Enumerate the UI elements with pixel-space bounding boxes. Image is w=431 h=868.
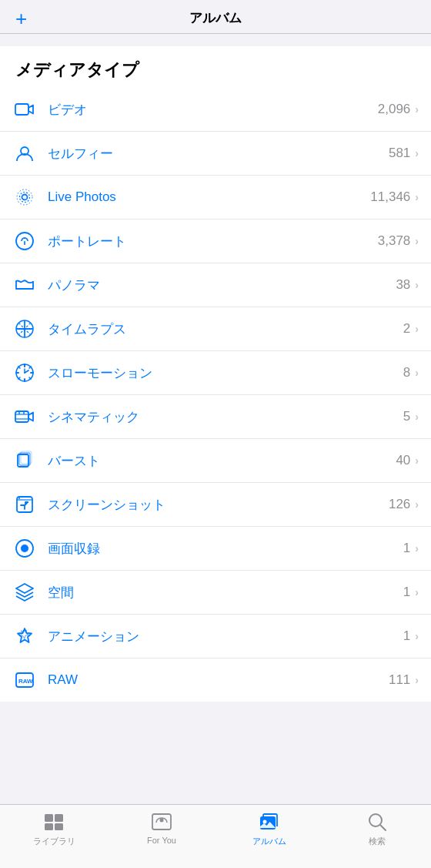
svg-line-20 <box>29 377 31 379</box>
portrait-count: 3,378 <box>378 233 411 249</box>
album-tab-label: アルバム <box>252 836 286 847</box>
animation-count: 1 <box>403 628 410 644</box>
svg-rect-0 <box>15 104 28 115</box>
screenshot-count: 126 <box>389 497 410 512</box>
list-item-screenrecord[interactable]: 画面収録 1 › <box>0 527 431 571</box>
section-header: メディアタイプ <box>0 46 431 88</box>
screenrecord-chevron: › <box>415 542 419 555</box>
spatial-icon <box>12 580 37 605</box>
portrait-label: ポートレート <box>48 233 378 250</box>
spatial-chevron: › <box>415 586 419 598</box>
panorama-icon <box>12 273 37 297</box>
svg-rect-43 <box>45 823 53 830</box>
list-item-raw[interactable]: RAW RAW 111 › <box>0 659 431 702</box>
svg-point-34 <box>18 498 20 499</box>
cinematic-label: シネマティック <box>48 408 403 426</box>
slowmo-label: スローモーション <box>48 364 403 382</box>
animation-icon <box>12 624 37 648</box>
library-tab-label: ライブラリ <box>33 836 75 847</box>
spatial-label: 空間 <box>48 584 403 602</box>
panorama-count: 38 <box>396 277 410 293</box>
timelapse-chevron: › <box>415 323 419 335</box>
list-item-live[interactable]: Live Photos 11,346 › <box>0 176 431 220</box>
list-item-cinematic[interactable]: シネマティック 5 › <box>0 395 431 439</box>
search-tab-icon <box>366 811 388 833</box>
list-item-portrait[interactable]: ポートレート 3,378 › <box>0 220 431 263</box>
portrait-chevron: › <box>415 235 419 247</box>
svg-point-49 <box>369 814 382 826</box>
svg-point-7 <box>25 238 25 239</box>
live-icon <box>12 185 37 209</box>
cinematic-chevron: › <box>415 411 419 423</box>
raw-icon: RAW <box>12 668 37 692</box>
screenshot-chevron: › <box>415 498 419 511</box>
add-button[interactable]: + <box>15 8 27 28</box>
list-item-selfie[interactable]: セルフィー 581 › <box>0 132 431 176</box>
slowmo-chevron: › <box>415 367 419 379</box>
raw-label: RAW <box>48 672 389 688</box>
burst-chevron: › <box>415 454 419 467</box>
panorama-label: パノラマ <box>48 276 396 294</box>
selfie-count: 581 <box>389 146 410 161</box>
svg-line-21 <box>29 367 31 368</box>
selfie-label: セルフィー <box>48 145 389 163</box>
video-count: 2,096 <box>378 102 411 117</box>
selfie-chevron: › <box>415 147 419 159</box>
screenrecord-count: 1 <box>403 541 410 556</box>
portrait-icon <box>12 229 37 253</box>
burst-label: バースト <box>48 452 396 470</box>
video-icon <box>12 97 37 122</box>
screenshot-icon <box>12 492 37 517</box>
screenrecord-label: 画面収録 <box>48 540 403 558</box>
for-you-tab-icon <box>151 811 172 833</box>
tab-library[interactable]: ライブラリ <box>23 811 85 847</box>
svg-line-19 <box>18 367 20 368</box>
list-item-video[interactable]: ビデオ 2,096 › <box>0 88 431 132</box>
svg-line-50 <box>381 826 386 831</box>
slowmo-count: 8 <box>403 365 410 380</box>
timelapse-count: 2 <box>403 321 410 337</box>
animation-label: アニメーション <box>48 628 403 645</box>
list-item-slowmo[interactable]: スローモーション 8 › <box>0 351 431 395</box>
list-item-burst[interactable]: バースト 40 › <box>0 439 431 483</box>
list-item-panorama[interactable]: パノラマ 38 › <box>0 263 431 307</box>
tab-bar: ライブラリ For You アルバム <box>0 804 431 868</box>
svg-text:RAW: RAW <box>18 678 33 685</box>
timelapse-label: タイムラプス <box>48 320 403 338</box>
screenshot-label: スクリーンショット <box>48 496 389 514</box>
live-count: 11,346 <box>370 189 410 205</box>
video-chevron: › <box>415 103 419 116</box>
list-item-animation[interactable]: アニメーション 1 › <box>0 615 431 659</box>
svg-point-3 <box>20 193 30 203</box>
cinematic-count: 5 <box>403 409 410 424</box>
header: + アルバム <box>0 0 431 34</box>
list-item-spatial[interactable]: 空間 1 › <box>0 571 431 615</box>
header-title: アルバム <box>189 9 242 27</box>
tab-album[interactable]: アルバム <box>239 811 300 847</box>
list-item-screenshot[interactable]: スクリーンショット 126 › <box>0 483 431 527</box>
svg-rect-42 <box>55 814 63 822</box>
burst-count: 40 <box>396 453 410 468</box>
raw-chevron: › <box>415 674 419 686</box>
live-label: Live Photos <box>48 189 370 205</box>
tab-search[interactable]: 検索 <box>346 811 408 847</box>
svg-point-46 <box>160 819 164 823</box>
burst-icon <box>12 448 37 473</box>
svg-point-48 <box>263 820 267 824</box>
cinematic-icon <box>12 404 37 429</box>
for-you-tab-label: For You <box>147 836 176 845</box>
selfie-icon <box>12 141 37 166</box>
svg-rect-44 <box>55 823 63 830</box>
svg-point-36 <box>21 545 28 552</box>
svg-rect-25 <box>15 411 28 422</box>
list-item-timelapse[interactable]: タイムラプス 2 › <box>0 307 431 351</box>
tab-for-you[interactable]: For You <box>131 811 192 845</box>
album-tab-icon <box>259 811 280 833</box>
library-tab-icon <box>43 811 65 833</box>
svg-rect-41 <box>45 814 53 822</box>
video-label: ビデオ <box>48 101 378 119</box>
slowmo-icon <box>12 360 37 385</box>
live-chevron: › <box>415 191 419 203</box>
raw-count: 111 <box>389 672 410 688</box>
search-tab-label: 検索 <box>369 836 386 847</box>
